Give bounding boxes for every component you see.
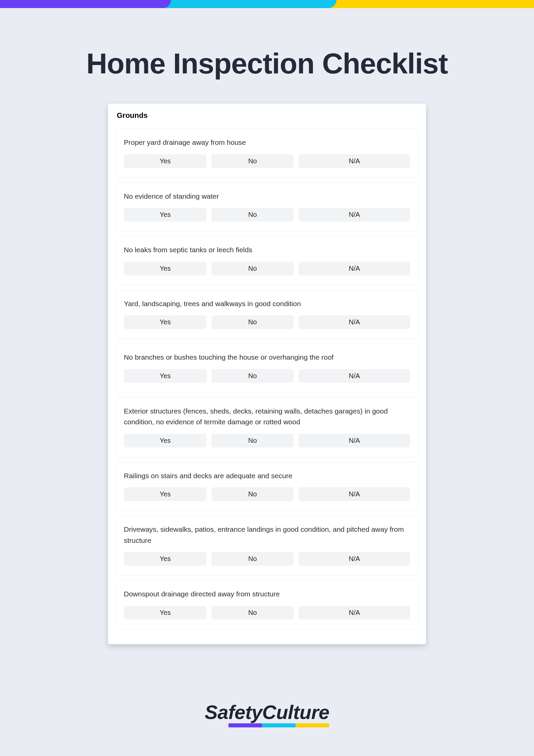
option-na[interactable]: N/A	[298, 154, 410, 168]
question-text: Exterior structures (fences, sheds, deck…	[124, 406, 410, 428]
question-item: Driveways, sidewalks, patios, entrance l…	[115, 516, 419, 576]
option-row: YesNoN/A	[124, 208, 410, 222]
question-item: No leaks from septic tanks or leech fiel…	[115, 236, 419, 285]
checklist-card: Grounds Proper yard drainage away from h…	[108, 104, 426, 644]
option-na[interactable]: N/A	[298, 315, 410, 329]
question-text: Downspout drainage directed away from st…	[124, 589, 410, 600]
option-yes[interactable]: Yes	[124, 606, 207, 620]
questions-container: Proper yard drainage away from houseYesN…	[115, 129, 419, 629]
brand-underline	[228, 723, 329, 727]
option-row: YesNoN/A	[124, 434, 410, 448]
option-yes[interactable]: Yes	[124, 208, 207, 222]
option-no[interactable]: No	[211, 315, 294, 329]
option-row: YesNoN/A	[124, 487, 410, 501]
option-row: YesNoN/A	[124, 315, 410, 329]
brand-part1: Safety	[205, 701, 262, 723]
question-item: Exterior structures (fences, sheds, deck…	[115, 397, 419, 457]
question-text: No evidence of standing water	[124, 191, 410, 202]
question-item: No branches or bushes touching the house…	[115, 343, 419, 393]
question-text: Proper yard drainage away from house	[124, 137, 410, 148]
option-no[interactable]: No	[211, 552, 294, 566]
question-item: Yard, landscaping, trees and walkways in…	[115, 290, 419, 339]
section-title: Grounds	[115, 111, 419, 120]
brand-part2: Culture	[262, 701, 329, 723]
brand-logo: SafetyCulture	[205, 702, 329, 727]
option-row: YesNoN/A	[124, 369, 410, 383]
brand-wordmark: SafetyCulture	[205, 702, 329, 722]
option-no[interactable]: No	[211, 262, 294, 275]
option-yes[interactable]: Yes	[124, 262, 207, 275]
underline-purple	[228, 723, 262, 727]
question-item: Proper yard drainage away from houseYesN…	[115, 129, 419, 178]
option-no[interactable]: No	[211, 434, 294, 448]
header-accent-bar	[0, 0, 534, 8]
option-no[interactable]: No	[211, 208, 294, 222]
option-yes[interactable]: Yes	[124, 315, 207, 329]
question-item: No evidence of standing waterYesNoN/A	[115, 183, 419, 232]
option-no[interactable]: No	[211, 154, 294, 168]
question-text: Railings on stairs and decks are adequat…	[124, 470, 410, 482]
page-title: Home Inspection Checklist	[0, 47, 534, 80]
option-no[interactable]: No	[211, 606, 294, 620]
option-yes[interactable]: Yes	[124, 154, 207, 168]
question-text: No branches or bushes touching the house…	[124, 352, 410, 363]
option-yes[interactable]: Yes	[124, 552, 207, 566]
option-yes[interactable]: Yes	[124, 369, 207, 383]
option-row: YesNoN/A	[124, 262, 410, 275]
option-no[interactable]: No	[211, 369, 294, 383]
accent-purple	[0, 0, 171, 8]
option-na[interactable]: N/A	[298, 434, 410, 448]
question-item: Downspout drainage directed away from st…	[115, 580, 419, 629]
underline-cyan	[262, 723, 296, 727]
option-yes[interactable]: Yes	[124, 487, 207, 501]
option-na[interactable]: N/A	[298, 487, 410, 501]
option-na[interactable]: N/A	[298, 208, 410, 222]
option-na[interactable]: N/A	[298, 369, 410, 383]
option-na[interactable]: N/A	[298, 262, 410, 275]
option-row: YesNoN/A	[124, 552, 410, 566]
option-na[interactable]: N/A	[298, 606, 410, 620]
question-text: No leaks from septic tanks or leech fiel…	[124, 244, 410, 256]
option-yes[interactable]: Yes	[124, 434, 207, 448]
option-na[interactable]: N/A	[298, 552, 410, 566]
question-text: Driveways, sidewalks, patios, entrance l…	[124, 524, 410, 546]
option-no[interactable]: No	[211, 487, 294, 501]
option-row: YesNoN/A	[124, 606, 410, 620]
option-row: YesNoN/A	[124, 154, 410, 168]
question-text: Yard, landscaping, trees and walkways in…	[124, 298, 410, 309]
question-item: Railings on stairs and decks are adequat…	[115, 462, 419, 511]
underline-yellow	[296, 723, 329, 727]
